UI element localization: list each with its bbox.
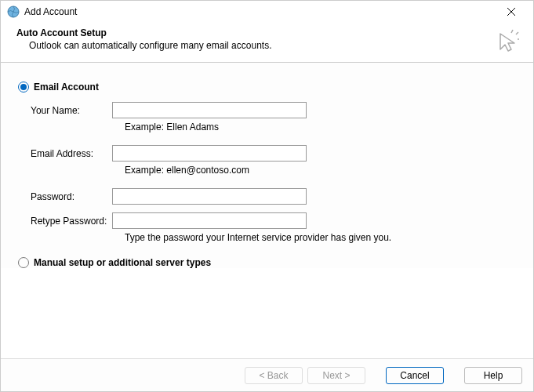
close-icon: [507, 7, 516, 16]
retype-password-label: Retype Password:: [31, 216, 112, 227]
radio-manual-setup-label: Manual setup or additional server types: [34, 257, 211, 268]
email-account-form: Your Name: Example: Ellen Adams Email Ad…: [31, 102, 516, 243]
cursor-icon: [492, 27, 519, 54]
globe-icon: [7, 5, 20, 18]
wizard-footer: < Back Next > Cancel Help: [1, 358, 533, 391]
back-button[interactable]: < Back: [245, 367, 303, 384]
radio-email-account-label: Email Account: [34, 82, 99, 93]
close-button[interactable]: [496, 2, 527, 21]
radio-email-account[interactable]: Email Account: [18, 82, 516, 93]
cancel-button[interactable]: Cancel: [386, 367, 444, 384]
header-title: Auto Account Setup: [16, 27, 518, 38]
name-row: Your Name:: [31, 102, 516, 118]
password-label: Password:: [31, 191, 112, 202]
email-hint: Example: ellen@contoso.com: [125, 165, 516, 176]
password-row: Password:: [31, 188, 516, 205]
svg-line-3: [511, 30, 513, 33]
email-row: Email Address:: [31, 145, 516, 162]
radio-indicator-icon: [18, 257, 29, 268]
header-subtitle: Outlook can automatically configure many…: [29, 40, 518, 51]
titlebar: Add Account: [1, 1, 533, 23]
name-label: Your Name:: [31, 105, 112, 116]
password-hint: Type the password your Internet service …: [125, 232, 516, 243]
retype-password-input[interactable]: [112, 212, 307, 229]
password-input[interactable]: [112, 188, 307, 205]
name-input[interactable]: [112, 102, 307, 118]
name-hint: Example: Ellen Adams: [125, 122, 516, 132]
wizard-content: Email Account Your Name: Example: Ellen …: [1, 63, 533, 268]
svg-line-4: [516, 32, 518, 34]
retype-password-row: Retype Password:: [31, 212, 516, 229]
email-input[interactable]: [112, 145, 307, 162]
next-button[interactable]: Next >: [307, 367, 365, 384]
radio-indicator-icon: [18, 82, 29, 93]
wizard-header: Auto Account Setup Outlook can automatic…: [1, 23, 533, 63]
radio-manual-setup[interactable]: Manual setup or additional server types: [18, 257, 516, 268]
window-title: Add Account: [24, 6, 496, 17]
email-label: Email Address:: [31, 148, 112, 159]
help-button[interactable]: Help: [464, 367, 522, 384]
